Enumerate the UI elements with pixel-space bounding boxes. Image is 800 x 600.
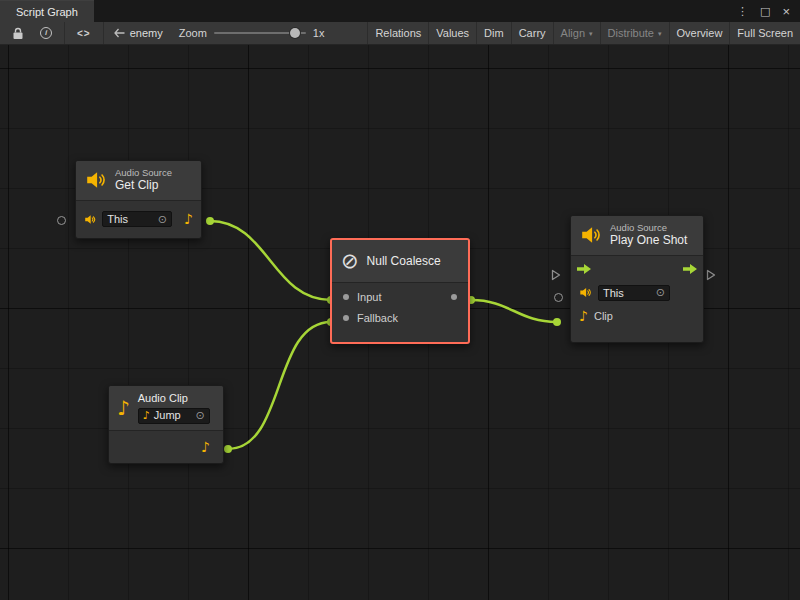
object-picker-icon[interactable]: ⊙	[656, 287, 665, 298]
wire-getclip-to-input	[210, 221, 331, 300]
node-header: ♪ Audio Clip ♪ Jump ⊙	[109, 386, 223, 430]
window-controls: ⋮ □ ×	[727, 0, 800, 22]
chevron-down-icon: ▾	[658, 30, 662, 38]
wire-output-to-clip	[471, 300, 557, 322]
info-icon[interactable]: i	[36, 22, 56, 44]
toolbar-button-carry[interactable]: Carry	[511, 22, 553, 44]
port-control-in[interactable]	[551, 269, 561, 281]
edit-code-icon[interactable]: <>	[73, 22, 95, 44]
zoom-value: 1x	[313, 27, 325, 39]
node-title: Null Coalesce	[367, 254, 441, 268]
port-dot	[206, 217, 214, 225]
graph-toolbar: i <> enemy Zoom 1x Relations Values Dim …	[0, 22, 800, 45]
node-title: Get Clip	[115, 179, 172, 193]
window-titlebar: Script Graph ⋮ □ ×	[0, 0, 800, 22]
object-picker-icon[interactable]: ⊙	[196, 410, 205, 421]
node-port-row: This ⊙ ♪	[76, 201, 201, 238]
node-get-clip[interactable]: Audio Source Get Clip This ⊙ ♪	[75, 160, 202, 239]
port-result-output[interactable]	[451, 294, 457, 300]
toolbar-button-distribute[interactable]: Distribute ▾	[600, 22, 669, 44]
toolbar-button-overview[interactable]: Overview	[669, 22, 730, 44]
node-body: Input Fallback	[332, 283, 468, 328]
this-object-field[interactable]: This ⊙	[102, 211, 172, 227]
node-port-row: Input	[332, 286, 468, 307]
control-flow-row	[571, 256, 703, 282]
toolbar-button-align[interactable]: Align ▾	[553, 22, 600, 44]
chevron-down-icon: ▾	[589, 30, 593, 38]
node-header: ⊘ Null Coalesce	[332, 240, 468, 282]
audio-source-icon	[580, 224, 602, 246]
toolbar-button-relations[interactable]: Relations	[367, 22, 428, 44]
port-fallback[interactable]	[343, 315, 349, 321]
wire-audioclip-to-fallback	[228, 322, 331, 449]
node-audio-clip[interactable]: ♪ Audio Clip ♪ Jump ⊙ ♪	[108, 385, 224, 464]
zoom-slider-handle[interactable]	[290, 28, 300, 38]
breadcrumb-label: enemy	[130, 27, 163, 39]
node-title: Play One Shot	[610, 234, 687, 248]
zoom-label: Zoom	[179, 27, 207, 39]
tab-title: Script Graph	[16, 6, 78, 18]
maximize-icon[interactable]: □	[760, 5, 770, 18]
graph-breadcrumb[interactable]: enemy	[104, 22, 173, 44]
node-title: Audio Clip	[138, 392, 210, 405]
audio-source-icon	[85, 169, 107, 191]
null-coalesce-icon: ⊘	[341, 250, 359, 272]
titlebar-spacer	[94, 0, 727, 22]
graph-canvas[interactable]: Audio Source Get Clip This ⊙ ♪ ⊘ Null Co…	[0, 45, 800, 600]
audio-clip-output-icon: ♪	[201, 440, 210, 454]
audio-source-icon	[84, 213, 96, 226]
this-object-field[interactable]: This ⊙	[598, 285, 670, 301]
port-getclip-this-input[interactable]	[57, 216, 66, 225]
lock-icon[interactable]	[8, 22, 28, 44]
toolbar-button-dim[interactable]: Dim	[476, 22, 511, 44]
node-play-one-shot[interactable]: Audio Source Play One Shot This ⊙ ♪ Clip	[570, 215, 704, 343]
node-null-coalesce[interactable]: ⊘ Null Coalesce Input Fallback	[330, 238, 470, 344]
toolbar-button-fullscreen[interactable]: Full Screen	[729, 22, 800, 44]
node-port-row: Fallback	[332, 307, 468, 328]
toolbar-left-group: i	[0, 22, 64, 44]
kebab-menu-icon[interactable]: ⋮	[737, 5, 748, 18]
audio-clip-icon: ♪	[143, 410, 150, 421]
tab-script-graph[interactable]: Script Graph	[0, 0, 94, 22]
node-header: Audio Source Play One Shot	[571, 216, 703, 255]
control-in-arrow-icon[interactable]	[577, 264, 591, 274]
port-dot	[553, 318, 561, 326]
object-picker-icon[interactable]: ⊙	[158, 214, 167, 225]
node-header: Audio Source Get Clip	[76, 161, 201, 200]
port-label: Fallback	[357, 312, 398, 324]
audio-clip-field[interactable]: ♪ Jump ⊙	[138, 408, 210, 424]
control-out-arrow-icon[interactable]	[683, 264, 697, 274]
port-label: Clip	[594, 310, 613, 322]
zoom-control: Zoom 1x	[173, 22, 331, 44]
node-port-row: ♪	[109, 431, 223, 463]
port-label: Input	[357, 291, 381, 303]
close-icon[interactable]: ×	[782, 4, 790, 19]
script-graph-window: Script Graph ⋮ □ × i <> enemy Zoom	[0, 0, 800, 600]
audio-clip-output-icon: ♪	[184, 212, 193, 226]
node-port-row: This ⊙	[571, 282, 703, 304]
node-port-row: ♪ Clip	[571, 304, 703, 328]
zoom-slider[interactable]	[214, 26, 306, 40]
toolbar-code-group: <>	[65, 22, 103, 44]
back-arrow-icon	[114, 28, 125, 38]
toolbar-button-values[interactable]: Values	[428, 22, 476, 44]
port-input[interactable]	[343, 294, 349, 300]
audio-clip-icon: ♪	[579, 309, 588, 323]
port-control-out[interactable]	[706, 269, 716, 281]
port-dot	[224, 445, 232, 453]
toolbar-buttons: Relations Values Dim Carry Align ▾ Distr…	[367, 22, 800, 44]
audio-clip-icon: ♪	[117, 398, 130, 418]
audio-source-icon	[579, 286, 592, 299]
port-playoneshot-this-input[interactable]	[554, 293, 563, 302]
